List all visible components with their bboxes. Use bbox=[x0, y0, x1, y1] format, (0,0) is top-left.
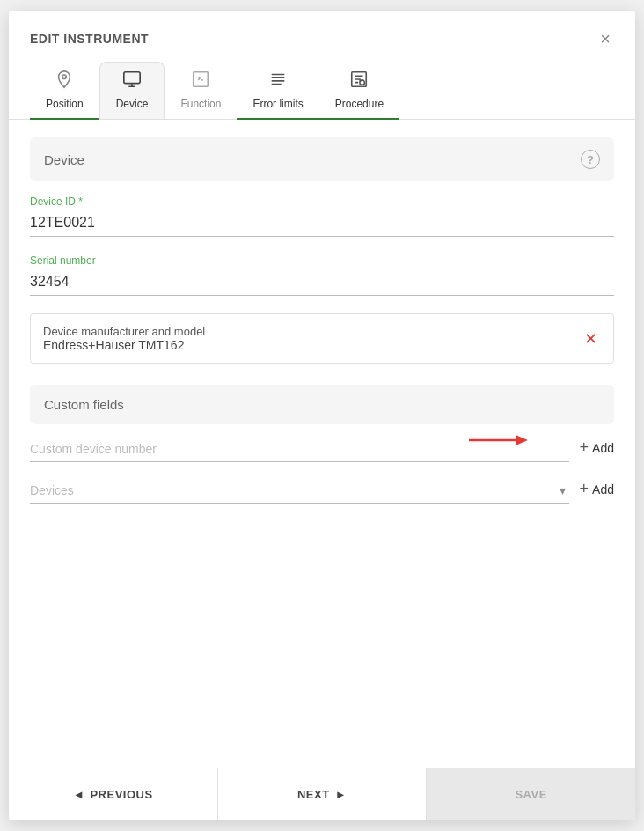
device-id-field-group: Device ID * 12TE0021 bbox=[30, 195, 614, 237]
tab-position-label: Position bbox=[46, 98, 84, 110]
tab-procedure-label: Procedure bbox=[335, 98, 384, 110]
svg-rect-4 bbox=[194, 72, 209, 87]
serial-number-label: Serial number bbox=[30, 254, 614, 267]
device-icon bbox=[122, 70, 142, 94]
devices-add-label: Add bbox=[592, 482, 614, 496]
devices-plus-icon: + bbox=[580, 480, 589, 498]
tab-device[interactable]: Device bbox=[99, 62, 165, 119]
custom-device-number-add-button[interactable]: + Add bbox=[569, 438, 614, 462]
modal-header: EDIT INSTRUMENT × bbox=[9, 11, 635, 51]
modal-title: EDIT INSTRUMENT bbox=[30, 32, 149, 46]
custom-fields-section-title: Custom fields bbox=[44, 397, 124, 412]
tabs-row: Position Device Function bbox=[9, 51, 635, 120]
svg-point-0 bbox=[62, 75, 67, 79]
custom-fields-section-header: Custom fields bbox=[44, 397, 600, 412]
device-id-value[interactable]: 12TE0021 bbox=[30, 211, 614, 237]
save-button[interactable]: SAVE bbox=[426, 768, 635, 820]
next-icon: ► bbox=[335, 788, 347, 801]
serial-number-value[interactable]: 32454 bbox=[30, 270, 614, 296]
previous-button[interactable]: ◄ PREVIOUS bbox=[9, 768, 217, 820]
devices-row: Devices ▾ + Add bbox=[30, 480, 614, 504]
modal-footer: ◄ PREVIOUS NEXT ► SAVE bbox=[9, 768, 635, 820]
devices-add-button[interactable]: + Add bbox=[569, 480, 614, 504]
procedure-icon bbox=[349, 70, 369, 94]
plus-icon: + bbox=[580, 438, 589, 457]
device-section-title: Device bbox=[44, 152, 84, 167]
tab-function-label: Function bbox=[180, 98, 221, 110]
chevron-down-icon: ▾ bbox=[560, 483, 566, 497]
custom-device-number-row: + Add bbox=[30, 438, 614, 462]
add-label: Add bbox=[592, 441, 614, 455]
custom-fields-section-card: Custom fields bbox=[30, 385, 614, 424]
next-button[interactable]: NEXT ► bbox=[217, 768, 427, 820]
modal-content: Device ? Device ID * 12TE0021 Serial num… bbox=[9, 120, 635, 768]
device-id-label: Device ID * bbox=[30, 195, 614, 208]
tab-error-limits-label: Error limits bbox=[252, 98, 303, 110]
edit-instrument-modal: EDIT INSTRUMENT × Position De bbox=[9, 11, 635, 820]
position-icon bbox=[55, 70, 74, 94]
help-icon[interactable]: ? bbox=[581, 150, 600, 169]
manufacturer-value: Endress+Hauser TMT162 bbox=[43, 338, 205, 352]
tab-position[interactable]: Position bbox=[30, 63, 99, 119]
devices-label: Devices bbox=[30, 483, 560, 497]
device-section-card: Device ? bbox=[30, 137, 614, 181]
save-label: SAVE bbox=[515, 788, 546, 801]
serial-number-field-group: Serial number 32454 bbox=[30, 254, 614, 296]
svg-rect-1 bbox=[124, 72, 140, 84]
tab-function[interactable]: Function bbox=[165, 63, 237, 119]
previous-label: PREVIOUS bbox=[90, 788, 152, 801]
manufacturer-label: Device manufacturer and model bbox=[43, 325, 205, 338]
remove-manufacturer-button[interactable]: ✕ bbox=[581, 326, 601, 352]
function-icon bbox=[191, 70, 210, 94]
custom-device-number-input[interactable] bbox=[30, 438, 569, 462]
next-label: NEXT bbox=[297, 788, 330, 801]
device-section-header: Device ? bbox=[44, 150, 600, 169]
manufacturer-info: Device manufacturer and model Endress+Ha… bbox=[43, 325, 205, 352]
error-limits-icon bbox=[268, 70, 288, 94]
close-button[interactable]: × bbox=[596, 26, 614, 51]
previous-icon: ◄ bbox=[73, 788, 84, 801]
tab-device-label: Device bbox=[116, 98, 149, 110]
devices-select-container[interactable]: Devices ▾ bbox=[30, 480, 569, 504]
tab-procedure[interactable]: Procedure bbox=[319, 63, 399, 119]
manufacturer-card: Device manufacturer and model Endress+Ha… bbox=[30, 313, 614, 364]
tab-error-limits[interactable]: Error limits bbox=[237, 63, 318, 119]
